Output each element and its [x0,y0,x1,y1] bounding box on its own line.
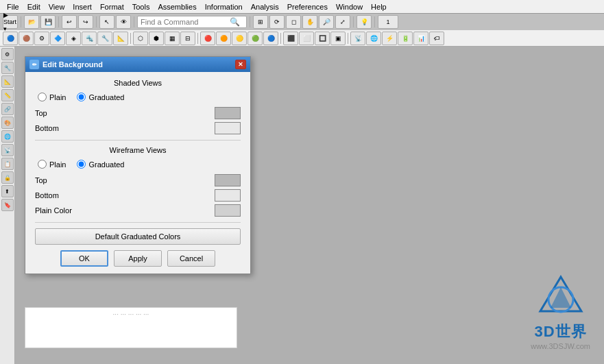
tool-6[interactable]: 🔩 [82,32,97,45]
fit-btn[interactable]: ⤢ [335,15,350,29]
menu-window[interactable]: Window [332,1,367,12]
menu-assemblies[interactable]: Assemblies [154,1,200,12]
menu-information[interactable]: Information [201,1,247,12]
save-btn[interactable]: 💾 [40,15,56,29]
tool-16[interactable]: 🟢 [247,32,263,45]
tool-1[interactable]: 🔵 [3,32,18,45]
undo-btn[interactable]: ↩ [62,15,77,29]
left-icon-12[interactable]: 🔖 [1,199,14,211]
left-icon-3[interactable]: 📐 [1,75,14,88]
left-icon-7[interactable]: 🌐 [1,130,14,143]
dialog-titlebar: ✏ Edit Background ✕ [25,57,250,72]
shaded-top-swatch[interactable] [215,107,241,119]
tool-3[interactable]: ⚙ [34,32,49,45]
left-icon-5[interactable]: 🔗 [1,103,14,115]
wireframe-plain-label: Plain [49,160,66,169]
tool-27[interactable]: 🏷 [429,32,444,45]
select-btn[interactable]: ↖ [99,15,114,29]
shaded-bottom-swatch[interactable] [215,122,241,134]
below-dialog-panel: ··· ··· ··· ··· ··· [25,307,237,348]
dialog-buttons-row: OK Apply Cancel [35,250,241,267]
cancel-button[interactable]: Cancel [167,250,215,267]
left-icon-2[interactable]: 🔧 [1,62,14,74]
wireframe-plain-color-swatch[interactable] [215,204,241,217]
tool-14[interactable]: 🟠 [216,32,231,45]
tool-4[interactable]: 🔷 [50,32,65,45]
redo-btn[interactable]: ↪ [78,15,93,29]
left-icon-6[interactable]: 🎨 [1,117,14,129]
shaded-plain-input[interactable] [38,93,47,101]
tool-22[interactable]: 📡 [350,32,365,45]
apply-button[interactable]: Apply [114,250,162,267]
grid-btn[interactable]: ⊞ [253,15,268,29]
tool-5[interactable]: ◈ [66,32,81,45]
start-button[interactable]: ▶ Start ▾ [3,15,18,29]
left-icon-4[interactable]: 📏 [1,89,14,101]
left-icon-10[interactable]: 🔒 [1,171,14,184]
box-btn[interactable]: ◻ [286,15,301,29]
tool-23[interactable]: 🌐 [366,32,381,45]
find-command-input[interactable] [141,18,230,26]
zoom-btn[interactable]: 🔎 [319,15,334,29]
menu-help[interactable]: Help [367,1,391,12]
wireframe-plain-input[interactable] [38,160,47,169]
section-divider [35,140,241,141]
tool-17[interactable]: 🔵 [263,32,278,45]
tool-18[interactable]: ⬛ [283,32,298,45]
left-icon-9[interactable]: 📋 [1,158,14,170]
shaded-plain-radio[interactable]: Plain [38,93,66,101]
tool-24[interactable]: ⚡ [382,32,397,45]
wireframe-graduated-radio[interactable]: Graduated [77,160,124,169]
menu-view[interactable]: View [45,1,69,12]
wireframe-plain-radio[interactable]: Plain [38,160,66,169]
wireframe-graduated-input[interactable] [77,160,86,169]
left-icon-11[interactable]: ⬆ [1,185,14,197]
shaded-graduated-radio[interactable]: Graduated [77,93,124,101]
lights-btn[interactable]: 💡 [357,15,372,29]
menu-format[interactable]: Format [96,1,128,12]
tool-11[interactable]: ▦ [165,32,180,45]
tool-7[interactable]: 🔧 [97,32,112,45]
tool-26[interactable]: 📊 [413,32,428,45]
menu-tools[interactable]: Tools [128,1,154,12]
tool-20[interactable]: 🔲 [315,32,330,45]
shaded-top-row: Top [35,107,241,119]
tool-10[interactable]: ⬢ [149,32,164,45]
tool-15[interactable]: 🟡 [232,32,247,45]
menu-analysis[interactable]: Analysis [247,1,283,12]
ok-button[interactable]: OK [60,250,108,267]
num-field[interactable]: 1 [378,15,398,29]
default-graduated-colors-button[interactable]: Default Graduated Colors [35,228,241,245]
tool-19[interactable]: ⬜ [299,32,314,45]
menu-insert[interactable]: Insert [69,1,96,12]
wireframe-views-title: Wireframe Views [35,146,241,154]
tool-8[interactable]: 📐 [113,32,128,45]
tool-25[interactable]: 🔋 [398,32,413,45]
left-icon-1[interactable]: ⚙ [1,48,14,60]
tool-2[interactable]: 🟤 [19,32,34,45]
wireframe-top-swatch[interactable] [215,174,241,186]
view-btn[interactable]: 👁 [116,15,131,29]
wireframe-bottom-swatch[interactable] [215,189,241,202]
find-command-box[interactable]: 🔍 [137,16,247,28]
shaded-graduated-input[interactable] [77,93,86,101]
search-icon: 🔍 [230,17,240,27]
open-btn[interactable]: 📂 [24,15,39,29]
tool-12[interactable]: ⊟ [180,32,195,45]
watermark: 3D世界 www.3DSJW.com [531,274,590,350]
pan-btn[interactable]: ✋ [302,15,317,29]
menu-bar: File Edit View Insert Format Tools Assem… [0,0,604,14]
dialog-close-button[interactable]: ✕ [235,60,246,69]
left-icon-8[interactable]: 📡 [1,144,14,156]
tool-9[interactable]: ⬡ [133,32,148,45]
sep-r2-3 [280,33,281,44]
left-panel: ⚙ 🔧 📐 📏 🔗 🎨 🌐 📡 📋 🔒 ⬆ 🔖 [0,47,15,364]
workspace: 3D世界 www.3DSJW.com ✏ Edit Background ✕ S… [15,47,604,364]
tool-21[interactable]: ▣ [330,32,346,45]
menu-edit[interactable]: Edit [23,1,45,12]
menu-file[interactable]: File [3,1,23,12]
tool-13[interactable]: 🔴 [200,32,215,45]
rotate-btn[interactable]: ⟳ [269,15,285,29]
menu-preferences[interactable]: Preferences [283,1,332,12]
watermark-text-main: 3D世界 [535,321,587,342]
